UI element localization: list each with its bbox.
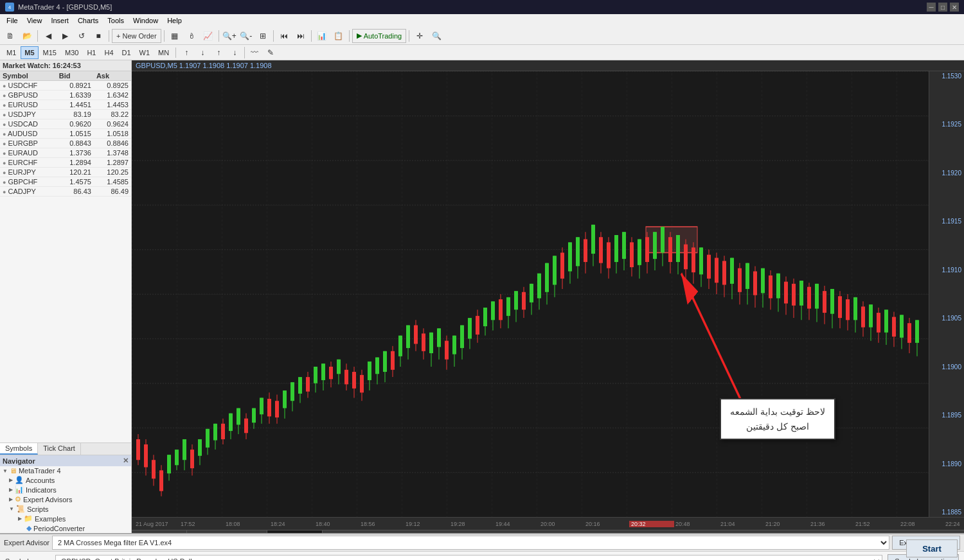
crosshair-button[interactable]: ✛ — [412, 29, 427, 43]
menu-file[interactable]: File — [3, 14, 22, 27]
menu-charts[interactable]: Charts — [74, 14, 102, 27]
svg-rect-62 — [329, 367, 333, 379]
tf-chart-down[interactable]: ↓ — [227, 46, 242, 60]
tf-m1[interactable]: M1 — [3, 46, 20, 59]
search-button[interactable]: 🔍 — [429, 29, 444, 43]
market-watch-row[interactable]: ● EURUSD 1.4451 1.4453 — [0, 100, 131, 110]
col-bid: Bid — [57, 71, 94, 81]
tf-indicators-btn[interactable]: 〰 — [247, 46, 262, 60]
tf-chart-up[interactable]: ↑ — [211, 46, 226, 60]
grid-button[interactable]: ⊞ — [255, 29, 271, 43]
nav-expert-advisors[interactable]: ▶ ⚙ Expert Advisors — [0, 494, 131, 504]
market-watch-row[interactable]: ● GBPCHF 1.4575 1.4585 — [0, 177, 131, 187]
tab-symbols[interactable]: Symbols — [0, 443, 38, 455]
price-1925: 1.1925 — [929, 121, 964, 128]
script-icon: ◆ — [26, 524, 31, 532]
chart-bar-button[interactable]: ▦ — [167, 29, 183, 43]
svg-rect-88 — [429, 333, 433, 353]
market-watch-row[interactable]: ● CADJPY 86.43 86.49 — [0, 187, 131, 197]
accounts-icon: 👤 — [15, 476, 24, 484]
market-watch-scroll[interactable]: Symbol Bid Ask ● USDCHF 0.8921 0.8925 ● … — [0, 71, 131, 442]
price-1900: 1.1900 — [929, 363, 964, 371]
svg-rect-44 — [260, 398, 263, 414]
autotrading-button[interactable]: ▶ AutoTrading — [352, 29, 407, 43]
chart-canvas[interactable]: 1.1530 1.1925 1.1920 1.1915 1.1910 1.190… — [132, 71, 964, 517]
candle-button[interactable]: 🕯 — [184, 29, 199, 43]
time-label-3: 18:24 — [269, 521, 314, 527]
time-label-6: 19:12 — [404, 521, 449, 527]
time-hl: 20:32 — [629, 521, 674, 527]
market-watch-row[interactable]: ● EURGBP 0.8843 0.8846 — [0, 139, 131, 148]
navigator-close-button[interactable]: ✕ — [123, 457, 129, 465]
price-1920: 1.1920 — [929, 170, 964, 177]
market-watch-row[interactable]: ● USDCHF 0.8921 0.8925 — [0, 81, 131, 91]
menu-insert[interactable]: Insert — [47, 14, 73, 27]
svg-rect-163 — [715, 258, 719, 283]
tf-m5[interactable]: M5 — [21, 46, 38, 59]
left-scroll[interactable]: ⏮ — [276, 29, 292, 43]
tf-m30[interactable]: M30 — [61, 46, 82, 59]
market-watch-row[interactable]: ● EURJPY 120.21 120.25 — [0, 168, 131, 177]
menu-view[interactable]: View — [23, 14, 46, 27]
right-scroll[interactable]: ⏭ — [293, 29, 308, 43]
market-watch-row[interactable]: ● EURAUD 1.3736 1.3748 — [0, 148, 131, 158]
chart-area: GBPUSD,M5 1.1907 1.1908 1.1907 1.1908 — [132, 60, 964, 533]
restore-button[interactable]: □ — [938, 3, 947, 12]
tf-period-up[interactable]: ↑ — [179, 46, 194, 60]
minimize-button[interactable]: ─ — [927, 3, 936, 12]
main-toolbar: 🗎 📂 ◀ ▶ ↺ ■ + New Order ▦ 🕯 📈 🔍+ 🔍- ⊞ ⏮ … — [0, 27, 964, 45]
tf-d1[interactable]: D1 — [118, 46, 135, 59]
open-button[interactable]: 📂 — [19, 29, 35, 43]
navigator-tree: ▼ 🖥 MetaTrader 4 ▶ 👤 Accounts ▶ 📊 Indica… — [0, 466, 131, 533]
menu-help[interactable]: Help — [163, 14, 186, 27]
line-button[interactable]: 📈 — [201, 29, 216, 43]
market-watch-row[interactable]: ● GBPUSD 1.6339 1.6342 — [0, 91, 131, 100]
stop-button[interactable]: ■ — [91, 29, 106, 43]
time-label-15: 21:36 — [809, 521, 854, 527]
nav-accounts[interactable]: ▶ 👤 Accounts — [0, 475, 131, 485]
new-button[interactable]: 🗎 — [3, 29, 18, 43]
tf-h4[interactable]: H4 — [100, 46, 117, 59]
close-button[interactable]: ✕ — [950, 3, 959, 12]
symbol-select[interactable]: GBPUSD, Great Britain Pound vs US Dollar — [55, 555, 882, 560]
nav-metatrader4[interactable]: ▼ 🖥 MetaTrader 4 — [0, 466, 131, 475]
menu-window[interactable]: Window — [129, 14, 162, 27]
tf-objects-btn[interactable]: ✎ — [263, 46, 278, 60]
forward-button[interactable]: ▶ — [57, 29, 73, 43]
svg-rect-151 — [668, 237, 672, 262]
nav-indicators[interactable]: ▶ 📊 Indicators — [0, 485, 131, 494]
market-watch-row[interactable]: ● USDJPY 83.19 83.22 — [0, 110, 131, 119]
expand-icon: ▶ — [9, 477, 13, 483]
template-button[interactable]: 📋 — [331, 29, 346, 43]
expert-advisor-dropdown[interactable]: 2 MA Crosses Mega filter EA V1.ex4 — [52, 536, 889, 550]
svg-rect-157 — [692, 247, 695, 272]
tf-w1[interactable]: W1 — [136, 46, 154, 59]
strategy-form: Symbol: GBPUSD, Great Britain Pound vs U… — [0, 552, 964, 560]
tf-m15[interactable]: M15 — [39, 46, 60, 59]
tf-period-down[interactable]: ↓ — [195, 46, 210, 60]
new-order-button[interactable]: + New Order — [112, 29, 161, 43]
back-button[interactable]: ◀ — [40, 29, 56, 43]
zoom-in-button[interactable]: 🔍+ — [222, 29, 237, 43]
nav-scripts[interactable]: ▼ 📜 Scripts — [0, 504, 131, 514]
price-1905: 1.1905 — [929, 315, 964, 322]
nav-examples[interactable]: ▶ 📁 Examples — [0, 514, 131, 523]
zoom-out-button[interactable]: 🔍- — [238, 29, 254, 43]
start-button[interactable]: Start — [906, 539, 958, 557]
svg-rect-181 — [784, 282, 788, 304]
indicator-button[interactable]: 📊 — [314, 29, 330, 43]
market-watch-row[interactable]: ● USDCAD 0.9620 0.9624 — [0, 119, 131, 129]
svg-rect-106 — [499, 299, 503, 320]
tf-h1[interactable]: H1 — [83, 46, 100, 59]
menu-tools[interactable]: Tools — [103, 14, 128, 27]
market-watch-row[interactable]: ● EURCHF 1.2894 1.2897 — [0, 158, 131, 168]
refresh-button[interactable]: ↺ — [74, 29, 89, 43]
ask-cell: 1.3748 — [94, 148, 131, 158]
tab-tick-chart[interactable]: Tick Chart — [38, 443, 81, 455]
market-watch-row[interactable]: ● AUDUSD 1.0515 1.0518 — [0, 129, 131, 139]
svg-rect-118 — [545, 263, 549, 292]
nav-period-converter[interactable]: ◆ PeriodConverter — [0, 523, 131, 533]
tf-mn[interactable]: MN — [154, 46, 173, 59]
svg-rect-56 — [306, 377, 310, 392]
title-bar-controls[interactable]: ─ □ ✕ — [927, 3, 959, 12]
